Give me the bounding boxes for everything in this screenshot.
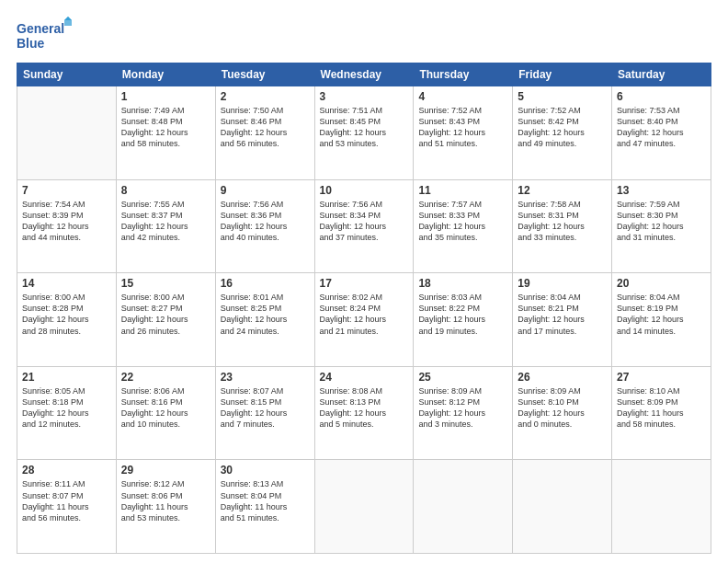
day-info: Sunrise: 8:09 AM Sunset: 8:10 PM Dayligh… — [518, 385, 607, 431]
day-info: Sunrise: 7:49 AM Sunset: 8:48 PM Dayligh… — [121, 105, 210, 150]
day-number: 26 — [518, 371, 607, 384]
day-cell: 22Sunrise: 8:06 AM Sunset: 8:16 PM Dayli… — [116, 366, 215, 460]
day-header-thursday: Thursday — [414, 63, 513, 86]
day-info: Sunrise: 7:57 AM Sunset: 8:33 PM Dayligh… — [418, 199, 507, 244]
day-number: 8 — [121, 184, 210, 197]
day-number: 13 — [617, 184, 706, 197]
day-info: Sunrise: 7:58 AM Sunset: 8:31 PM Dayligh… — [518, 199, 607, 244]
day-info: Sunrise: 7:53 AM Sunset: 8:40 PM Dayligh… — [617, 105, 706, 150]
week-row-1: 1Sunrise: 7:49 AM Sunset: 8:48 PM Daylig… — [17, 86, 711, 180]
day-cell: 15Sunrise: 8:00 AM Sunset: 8:27 PM Dayli… — [116, 273, 215, 367]
day-info: Sunrise: 8:04 AM Sunset: 8:19 PM Dayligh… — [617, 292, 706, 337]
day-info: Sunrise: 8:10 AM Sunset: 8:09 PM Dayligh… — [617, 385, 706, 431]
day-cell: 16Sunrise: 8:01 AM Sunset: 8:25 PM Dayli… — [215, 273, 314, 367]
day-info: Sunrise: 8:05 AM Sunset: 8:18 PM Dayligh… — [22, 385, 111, 431]
day-number: 21 — [22, 371, 111, 384]
day-number: 29 — [121, 464, 210, 477]
day-info: Sunrise: 8:00 AM Sunset: 8:27 PM Dayligh… — [121, 292, 210, 337]
week-row-3: 14Sunrise: 8:00 AM Sunset: 8:28 PM Dayli… — [17, 273, 711, 367]
week-row-2: 7Sunrise: 7:54 AM Sunset: 8:39 PM Daylig… — [17, 179, 711, 273]
day-cell: 30Sunrise: 8:13 AM Sunset: 8:04 PM Dayli… — [215, 460, 314, 554]
day-number: 11 — [418, 184, 507, 197]
day-number: 30 — [221, 464, 310, 477]
day-cell: 18Sunrise: 8:03 AM Sunset: 8:22 PM Dayli… — [414, 273, 513, 367]
day-number: 4 — [418, 90, 507, 103]
svg-text:General: General — [17, 21, 64, 36]
day-number: 9 — [221, 184, 310, 197]
day-cell: 17Sunrise: 8:02 AM Sunset: 8:24 PM Dayli… — [314, 273, 414, 367]
day-cell: 27Sunrise: 8:10 AM Sunset: 8:09 PM Dayli… — [612, 366, 711, 460]
day-cell: 26Sunrise: 8:09 AM Sunset: 8:10 PM Dayli… — [513, 366, 612, 460]
header: General Blue — [17, 17, 711, 53]
day-cell: 6Sunrise: 7:53 AM Sunset: 8:40 PM Daylig… — [612, 86, 711, 180]
day-cell: 8Sunrise: 7:55 AM Sunset: 8:37 PM Daylig… — [116, 179, 215, 273]
week-row-5: 28Sunrise: 8:11 AM Sunset: 8:07 PM Dayli… — [17, 460, 711, 554]
day-info: Sunrise: 7:59 AM Sunset: 8:30 PM Dayligh… — [617, 199, 706, 244]
logo: General Blue — [17, 17, 72, 53]
day-number: 6 — [617, 90, 706, 103]
day-number: 7 — [22, 184, 111, 197]
day-info: Sunrise: 7:56 AM Sunset: 8:34 PM Dayligh… — [320, 199, 409, 244]
day-cell: 5Sunrise: 7:52 AM Sunset: 8:42 PM Daylig… — [513, 86, 612, 180]
day-cell: 19Sunrise: 8:04 AM Sunset: 8:21 PM Dayli… — [513, 273, 612, 367]
day-number: 5 — [518, 90, 607, 103]
day-cell: 4Sunrise: 7:52 AM Sunset: 8:43 PM Daylig… — [414, 86, 513, 180]
day-cell: 1Sunrise: 7:49 AM Sunset: 8:48 PM Daylig… — [116, 86, 215, 180]
day-header-tuesday: Tuesday — [215, 63, 314, 86]
day-cell: 24Sunrise: 8:08 AM Sunset: 8:13 PM Dayli… — [314, 366, 414, 460]
day-number: 19 — [518, 277, 607, 290]
day-cell — [17, 86, 117, 180]
day-info: Sunrise: 7:52 AM Sunset: 8:43 PM Dayligh… — [418, 105, 507, 150]
day-number: 10 — [320, 184, 409, 197]
day-number: 16 — [221, 277, 310, 290]
day-number: 23 — [221, 371, 310, 384]
day-cell: 23Sunrise: 8:07 AM Sunset: 8:15 PM Dayli… — [215, 366, 314, 460]
day-number: 17 — [320, 277, 409, 290]
day-number: 22 — [121, 371, 210, 384]
day-number: 28 — [22, 464, 111, 477]
day-number: 24 — [320, 371, 409, 384]
day-number: 3 — [320, 90, 409, 103]
day-cell — [414, 460, 513, 554]
day-cell: 10Sunrise: 7:56 AM Sunset: 8:34 PM Dayli… — [314, 179, 414, 273]
day-cell: 21Sunrise: 8:05 AM Sunset: 8:18 PM Dayli… — [17, 366, 117, 460]
day-cell: 14Sunrise: 8:00 AM Sunset: 8:28 PM Dayli… — [17, 273, 117, 367]
day-info: Sunrise: 8:04 AM Sunset: 8:21 PM Dayligh… — [518, 292, 607, 337]
day-header-sunday: Sunday — [17, 63, 117, 86]
day-number: 27 — [617, 371, 706, 384]
day-cell: 3Sunrise: 7:51 AM Sunset: 8:45 PM Daylig… — [314, 86, 414, 180]
day-info: Sunrise: 7:55 AM Sunset: 8:37 PM Dayligh… — [121, 199, 210, 244]
day-cell: 9Sunrise: 7:56 AM Sunset: 8:36 PM Daylig… — [215, 179, 314, 273]
day-number: 15 — [121, 277, 210, 290]
day-info: Sunrise: 8:09 AM Sunset: 8:12 PM Dayligh… — [418, 385, 507, 431]
day-header-saturday: Saturday — [612, 63, 711, 86]
day-info: Sunrise: 7:56 AM Sunset: 8:36 PM Dayligh… — [221, 199, 310, 244]
day-cell: 28Sunrise: 8:11 AM Sunset: 8:07 PM Dayli… — [17, 460, 117, 554]
day-info: Sunrise: 7:52 AM Sunset: 8:42 PM Dayligh… — [518, 105, 607, 150]
day-info: Sunrise: 7:50 AM Sunset: 8:46 PM Dayligh… — [221, 105, 310, 150]
day-header-monday: Monday — [116, 63, 215, 86]
svg-marker-3 — [64, 17, 72, 26]
day-number: 14 — [22, 277, 111, 290]
day-header-wednesday: Wednesday — [314, 63, 414, 86]
day-cell — [612, 460, 711, 554]
day-number: 18 — [418, 277, 507, 290]
day-cell: 13Sunrise: 7:59 AM Sunset: 8:30 PM Dayli… — [612, 179, 711, 273]
day-info: Sunrise: 8:03 AM Sunset: 8:22 PM Dayligh… — [418, 292, 507, 337]
day-cell: 11Sunrise: 7:57 AM Sunset: 8:33 PM Dayli… — [414, 179, 513, 273]
day-cell: 29Sunrise: 8:12 AM Sunset: 8:06 PM Dayli… — [116, 460, 215, 554]
day-info: Sunrise: 8:08 AM Sunset: 8:13 PM Dayligh… — [320, 385, 409, 431]
page: General Blue SundayMondayTuesdayWednesda… — [0, 0, 728, 563]
day-info: Sunrise: 8:07 AM Sunset: 8:15 PM Dayligh… — [221, 385, 310, 431]
day-cell — [314, 460, 414, 554]
day-cell: 2Sunrise: 7:50 AM Sunset: 8:46 PM Daylig… — [215, 86, 314, 180]
day-number: 12 — [518, 184, 607, 197]
day-cell: 12Sunrise: 7:58 AM Sunset: 8:31 PM Dayli… — [513, 179, 612, 273]
header-row: SundayMondayTuesdayWednesdayThursdayFrid… — [17, 63, 711, 86]
day-cell — [513, 460, 612, 554]
day-number: 25 — [418, 371, 507, 384]
day-info: Sunrise: 8:12 AM Sunset: 8:06 PM Dayligh… — [121, 478, 210, 523]
svg-text:Blue: Blue — [17, 36, 45, 51]
day-info: Sunrise: 8:13 AM Sunset: 8:04 PM Dayligh… — [221, 478, 310, 523]
day-cell: 7Sunrise: 7:54 AM Sunset: 8:39 PM Daylig… — [17, 179, 117, 273]
